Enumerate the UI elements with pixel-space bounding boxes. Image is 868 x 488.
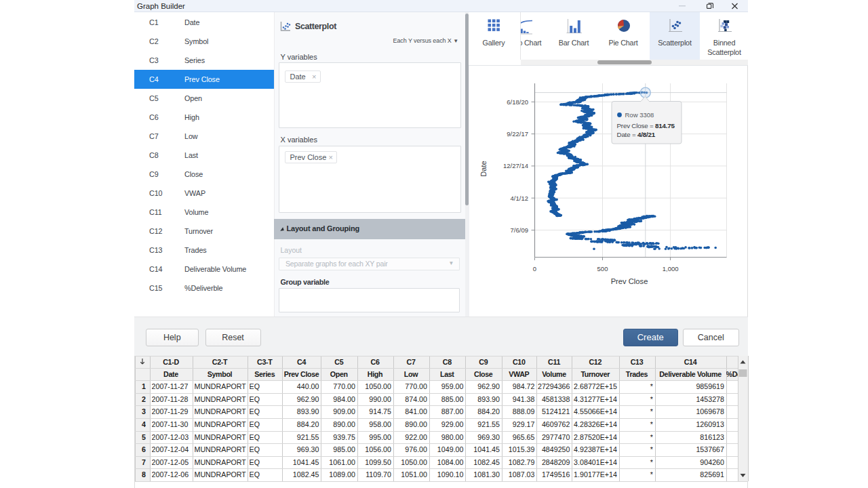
svg-text:4/1/12: 4/1/12 bbox=[511, 195, 528, 202]
svg-text:12/27/14: 12/27/14 bbox=[503, 162, 528, 169]
svg-text:Row 3308: Row 3308 bbox=[625, 111, 654, 119]
svg-text:6/18/20: 6/18/20 bbox=[507, 98, 528, 106]
svg-text:500: 500 bbox=[597, 265, 608, 272]
svg-text:7/6/09: 7/6/09 bbox=[511, 226, 528, 234]
svg-text:0: 0 bbox=[533, 265, 536, 272]
svg-text:Prev Close = 814.75: Prev Close = 814.75 bbox=[617, 122, 675, 129]
svg-text:Date: Date bbox=[479, 161, 488, 177]
svg-text:Prev Close: Prev Close bbox=[611, 277, 648, 285]
svg-text:Date = 4/8/21: Date = 4/8/21 bbox=[617, 131, 656, 138]
svg-text:9/22/17: 9/22/17 bbox=[507, 130, 528, 138]
svg-text:1,000: 1,000 bbox=[663, 265, 679, 272]
